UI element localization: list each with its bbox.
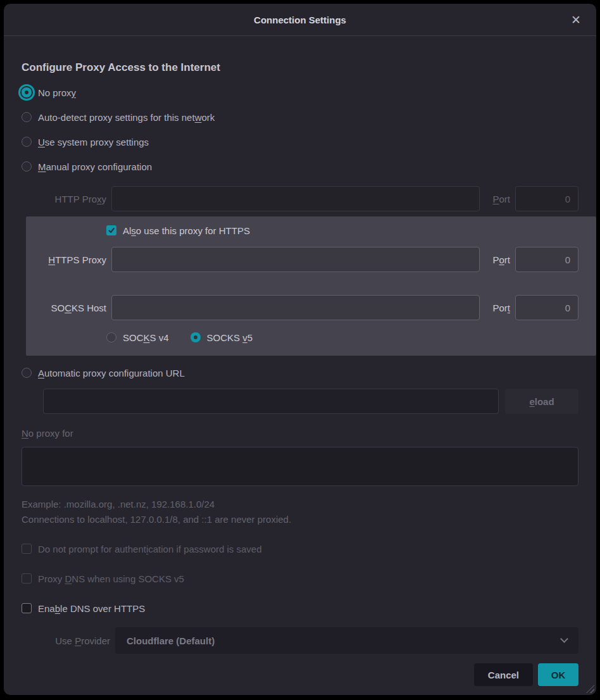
socks-host-input[interactable] xyxy=(111,295,480,320)
checkbox-label: Enable DNS over HTTPS xyxy=(38,603,145,614)
page-title: Configure Proxy Access to the Internet xyxy=(22,61,578,74)
no-prompt-auth-checkbox[interactable]: Do not prompt for authentication if pass… xyxy=(22,541,578,556)
socks-port-input[interactable] xyxy=(515,295,578,320)
options-checkbox-group: Do not prompt for authentication if pass… xyxy=(22,541,578,616)
cancel-button[interactable]: Cancel xyxy=(474,663,533,686)
http-proxy-input[interactable] xyxy=(111,186,480,211)
https-port-label: Port xyxy=(485,254,510,265)
close-icon[interactable]: ✕ xyxy=(568,11,584,28)
checkbox-label: Do not prompt for authentication if pass… xyxy=(38,544,262,554)
https-proxy-label: HTTPS Proxy xyxy=(26,254,106,265)
socks-port-label: Port xyxy=(485,303,510,313)
radio-label: No proxy xyxy=(38,87,76,98)
radio-icon xyxy=(22,161,32,172)
radio-label: Auto-detect proxy settings for this netw… xyxy=(38,112,215,123)
radio-auto-url[interactable]: Automatic proxy configuration URL xyxy=(22,365,578,381)
checkbox-icon xyxy=(22,544,32,554)
radio-no-proxy[interactable]: No proxy xyxy=(22,84,578,101)
radio-system-proxy[interactable]: Use system proxy settings xyxy=(22,134,578,150)
proxy-dns-socks5-checkbox[interactable]: Proxy DNS when using SOCKS v5 xyxy=(22,571,578,586)
reload-button[interactable]: eload xyxy=(505,389,578,414)
title-bar: Connection Settings ✕ xyxy=(4,4,596,36)
https-proxy-row: HTTPS Proxy Port xyxy=(26,247,578,272)
provider-dropdown[interactable]: Cloudflare (Default) xyxy=(115,627,578,654)
checkbox-label: Also use this proxy for HTTPS xyxy=(123,225,250,236)
socks-version-row: SOCKS v4 SOCKS v5 xyxy=(106,329,578,346)
http-proxy-label: HTTP Proxy xyxy=(22,194,106,204)
radio-socks-v5[interactable] xyxy=(191,332,201,342)
https-socks-section: Also use this proxy for HTTPS HTTPS Prox… xyxy=(26,216,596,356)
ok-button[interactable]: OK xyxy=(538,663,578,686)
provider-selected-value: Cloudflare (Default) xyxy=(127,635,215,646)
checkbox-label: Proxy DNS when using SOCKS v5 xyxy=(38,573,184,584)
radio-label: Manual proxy configuration xyxy=(38,161,152,172)
connection-settings-dialog: Connection Settings ✕ Configure Proxy Ac… xyxy=(4,4,596,695)
socks-v4-label: SOCKS v4 xyxy=(123,332,169,343)
chevron-down-icon xyxy=(560,635,568,643)
no-proxy-for-textarea[interactable] xyxy=(22,447,578,486)
doh-provider-row: Use Provider Cloudflare (Default) xyxy=(22,627,578,654)
radio-label: Automatic proxy configuration URL xyxy=(38,368,185,378)
radio-auto-detect[interactable]: Auto-detect proxy settings for this netw… xyxy=(22,109,578,125)
dialog-title: Connection Settings xyxy=(254,15,346,25)
http-port-label: Port xyxy=(485,194,510,204)
http-port-input[interactable] xyxy=(515,186,578,211)
dialog-footer: Cancel OK xyxy=(22,663,578,686)
enable-doh-checkbox[interactable]: Enable DNS over HTTPS xyxy=(22,601,578,616)
checkmark-icon xyxy=(108,227,115,234)
dialog-content: Configure Proxy Access to the Internet N… xyxy=(4,61,596,686)
radio-icon xyxy=(22,137,32,147)
radio-manual-proxy[interactable]: Manual proxy configuration xyxy=(22,158,578,175)
socks-host-label: SOCKS Host xyxy=(26,303,106,313)
also-use-https-checkbox[interactable]: Also use this proxy for HTTPS xyxy=(106,223,578,238)
checkbox-icon xyxy=(22,573,32,584)
checkbox-icon xyxy=(22,603,32,613)
checkbox-checked-icon xyxy=(106,225,116,235)
radio-label: Use system proxy settings xyxy=(38,137,149,147)
http-proxy-row: HTTP Proxy Port xyxy=(22,186,578,211)
auto-url-input[interactable] xyxy=(43,389,499,414)
radio-icon xyxy=(22,368,32,378)
no-proxy-example-text: Example: .mozilla.org, .net.nz, 192.168.… xyxy=(22,499,578,509)
localhost-note-text: Connections to localhost, 127.0.0.1/8, a… xyxy=(22,514,578,525)
socks-v5-label: SOCKS v5 xyxy=(207,332,253,343)
radio-icon xyxy=(22,112,32,122)
no-proxy-for-label: No proxy for xyxy=(22,428,578,443)
https-proxy-input[interactable] xyxy=(111,247,480,272)
use-provider-label: Use Provider xyxy=(22,635,110,646)
radio-icon xyxy=(22,87,32,97)
https-port-input[interactable] xyxy=(515,247,578,272)
socks-host-row: SOCKS Host Port xyxy=(26,295,578,320)
radio-socks-v4[interactable] xyxy=(106,332,116,342)
auto-url-row: eload xyxy=(22,389,578,414)
